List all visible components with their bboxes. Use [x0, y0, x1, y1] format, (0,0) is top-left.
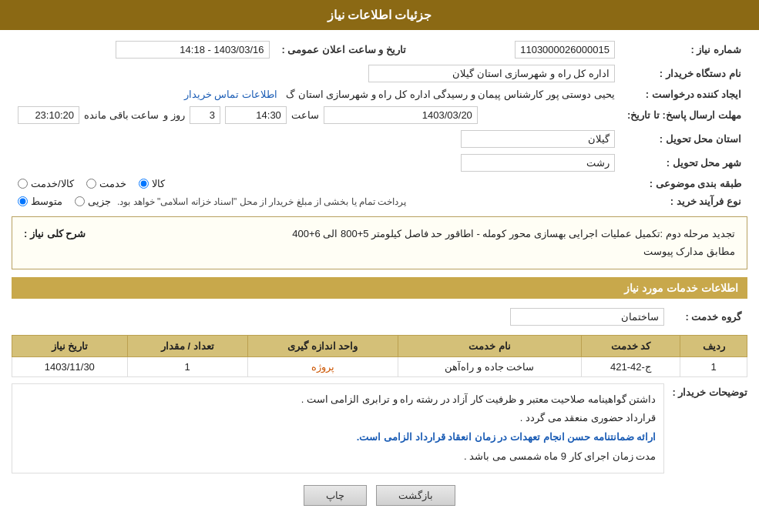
requester-contact-link[interactable]: اطلاعات تماس خریدار: [184, 89, 277, 100]
deadline-remaining-label: ساعت باقی مانده: [84, 109, 159, 121]
service-group-value: ساختمان: [510, 308, 664, 326]
deadline-day-label: روز و: [163, 109, 185, 121]
col-header-qty: تعداد / مقدار: [127, 335, 247, 356]
deadline-time-label: ساعت: [291, 109, 319, 121]
category-option-goods[interactable]: کالا: [139, 178, 165, 189]
purchase-type-radio-group: متوسط جزیی: [18, 196, 111, 207]
buyer-notes-content: داشتن گواهینامه صلاحیت معتبر و ظرفیت کار…: [12, 383, 664, 473]
purchase-type-medium-label: متوسط: [31, 196, 62, 207]
cell-code: ج-42-421: [581, 356, 680, 376]
purchase-type-minor-radio[interactable]: [75, 196, 85, 206]
service-group-label: گروه خدمت :: [670, 305, 747, 329]
page-header: جزئیات اطلاعات نیاز: [0, 0, 759, 30]
purchase-type-note: پرداخت تمام یا بخشی از مبلغ خریدار از مح…: [117, 196, 406, 207]
buyer-note-line: ارائه ضمانتنامه حسن انجام تعهدات در زمان…: [20, 428, 656, 447]
buyer-notes-section: توضیحات خریدار : داشتن گواهینامه صلاحیت …: [12, 383, 747, 473]
need-description-box: شرح کلی نیاز : تجدید مرحله دوم :تکمیل عم…: [12, 216, 747, 269]
province-value: گیلان: [461, 130, 615, 148]
table-row: 1 ج-42-421 ساخت جاده و راه‌آهن پروژه 1 1…: [12, 356, 747, 376]
province-label: استان محل تحویل :: [621, 127, 747, 151]
category-radio-group: کالا/خدمت خدمت کالا: [18, 178, 615, 189]
buyer-note-line: مدت زمان اجرای کار 9 ماه شمسی می باشد .: [20, 447, 656, 467]
col-header-name: نام خدمت: [398, 335, 581, 356]
col-header-row: ردیف: [680, 335, 747, 356]
buyer-org-value: اداره کل راه و شهرسازی استان گیلان: [368, 65, 615, 82]
need-number-value: 1103000026000015: [515, 41, 615, 59]
deadline-days: 3: [190, 106, 220, 124]
buyer-note-line: داشتن گواهینامه صلاحیت معتبر و ظرفیت کار…: [20, 390, 656, 410]
purchase-type-medium[interactable]: متوسط: [18, 196, 62, 207]
info-table: شماره نیاز : 1103000026000015 تاریخ و سا…: [12, 38, 747, 210]
back-button[interactable]: بازگشت: [376, 485, 455, 506]
col-header-code: کد خدمت: [581, 335, 680, 356]
cell-row: 1: [680, 356, 747, 376]
requester-value: یحیی دوستی پور کارشناس پیمان و رسیدگی اد…: [286, 89, 615, 100]
services-table: ردیف کد خدمت نام خدمت واحد اندازه گیری ت…: [12, 335, 747, 377]
page-title: جزئیات اطلاعات نیاز: [327, 8, 432, 22]
deadline-date: 1403/03/20: [324, 106, 478, 124]
announce-date-label: تاریخ و ساعت اعلان عمومی :: [276, 38, 412, 62]
cell-qty: 1: [127, 356, 247, 376]
col-header-date: تاریخ نیاز: [12, 335, 128, 356]
cell-name: ساخت جاده و راه‌آهن: [398, 356, 581, 376]
col-header-unit: واحد اندازه گیری: [247, 335, 398, 356]
purchase-type-medium-radio[interactable]: [18, 196, 28, 206]
services-section-title: اطلاعات خدمات مورد نیاز: [12, 277, 747, 299]
category-radio-service[interactable]: [86, 179, 96, 189]
category-option-goods-services[interactable]: کالا/خدمت: [18, 178, 74, 189]
deadline-time: 14:30: [225, 106, 287, 124]
need-desc-value: تجدید مرحله دوم :تکمیل عملیات اجرایی بهس…: [93, 225, 735, 261]
category-goods-label: کالا: [152, 178, 165, 189]
print-button[interactable]: چاپ: [304, 485, 367, 506]
deadline-remaining: 23:10:20: [18, 106, 79, 124]
city-label: شهر محل تحویل :: [621, 151, 747, 175]
need-desc-label: شرح کلی نیاز :: [24, 225, 86, 243]
purchase-type-minor[interactable]: جزیی: [75, 196, 111, 207]
category-service-label: خدمت: [99, 178, 126, 189]
category-label: طبقه بندی موضوعی :: [621, 175, 747, 192]
buyer-notes-label: توضیحات خریدار :: [672, 383, 747, 473]
city-value: رشت: [461, 154, 615, 172]
purchase-type-label: نوع فرآیند خرید :: [621, 192, 747, 210]
need-number-label: شماره نیاز :: [621, 38, 747, 62]
category-radio-goods-services[interactable]: [18, 179, 28, 189]
purchase-type-minor-label: جزیی: [88, 196, 111, 207]
requester-label: ایجاد کننده درخواست :: [621, 85, 747, 103]
deadline-label: مهلت ارسال پاسخ: تا تاریخ:: [621, 103, 747, 127]
buyer-note-line: قرارداد حضوری منعقد می گردد .: [20, 409, 656, 428]
category-radio-goods[interactable]: [139, 179, 149, 189]
category-option-service[interactable]: خدمت: [86, 178, 126, 189]
buyer-org-label: نام دستگاه خریدار :: [621, 62, 747, 85]
cell-unit: پروژه: [247, 356, 398, 376]
button-row: بازگشت چاپ: [12, 485, 747, 506]
cell-date: 1403/11/30: [12, 356, 128, 376]
announce-date-value: 1403/03/16 - 14:18: [116, 41, 270, 59]
category-goods-services-label: کالا/خدمت: [31, 178, 74, 189]
service-group-table: گروه خدمت : ساختمان: [12, 305, 747, 329]
